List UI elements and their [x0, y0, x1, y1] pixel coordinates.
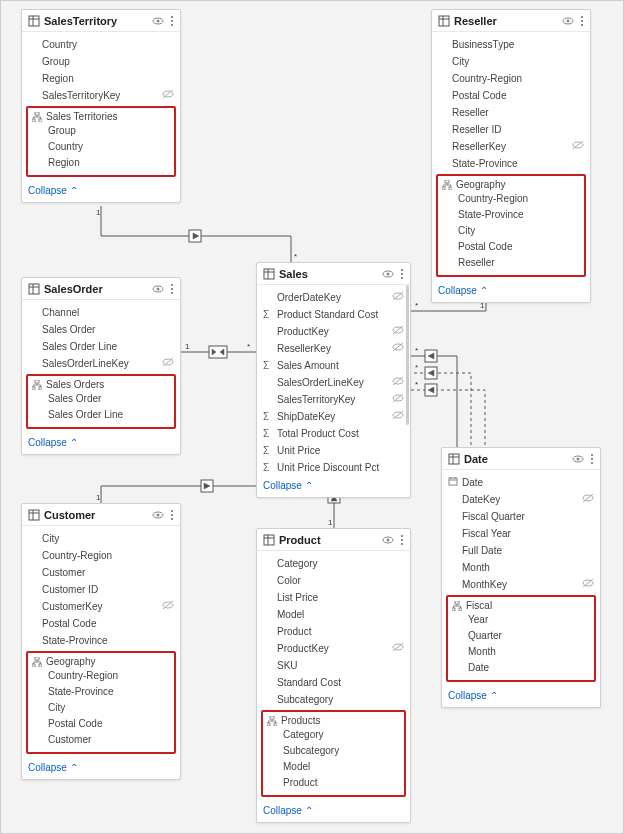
field[interactable]: Category — [257, 555, 410, 572]
field[interactable]: Subcategory — [257, 691, 410, 708]
collapse-link[interactable]: Collapse⌃ — [432, 281, 590, 302]
field[interactable]: Channel — [22, 304, 180, 321]
field[interactable]: ProductKey — [257, 323, 410, 340]
hierarchy-item[interactable]: Group — [28, 123, 174, 139]
table-header[interactable]: Date — [442, 448, 600, 470]
field[interactable]: Standard Cost — [257, 674, 410, 691]
hierarchy-geography[interactable]: Geography Country-Region State-Province … — [436, 174, 586, 277]
field[interactable]: DateKey — [442, 491, 600, 508]
collapse-link[interactable]: Collapse⌃ — [442, 686, 600, 707]
hierarchy-geography[interactable]: Geography Country-Region State-Province … — [26, 651, 176, 754]
field[interactable]: Postal Code — [432, 87, 590, 104]
more-icon[interactable] — [170, 15, 174, 27]
hierarchy-item[interactable]: Year — [448, 612, 594, 628]
visibility-icon[interactable] — [382, 535, 394, 545]
field[interactable]: ΣShipDateKey — [257, 408, 410, 425]
field[interactable]: State-Province — [432, 155, 590, 172]
more-icon[interactable] — [170, 509, 174, 521]
field[interactable]: SalesOrderLineKey — [22, 355, 180, 372]
visibility-icon[interactable] — [152, 284, 164, 294]
hierarchy-item[interactable]: Country-Region — [438, 191, 584, 207]
field[interactable]: ΣProduct Standard Cost — [257, 306, 410, 323]
field[interactable]: SKU — [257, 657, 410, 674]
more-icon[interactable] — [400, 268, 404, 280]
table-header[interactable]: SalesTerritory — [22, 10, 180, 32]
field[interactable]: ProductKey — [257, 640, 410, 657]
field[interactable]: City — [22, 530, 180, 547]
field[interactable]: SalesTerritoryKey — [22, 87, 180, 104]
field[interactable]: Reseller — [432, 104, 590, 121]
field[interactable]: MonthKey — [442, 576, 600, 593]
hierarchy-item[interactable]: Country — [28, 139, 174, 155]
field[interactable]: Color — [257, 572, 410, 589]
field[interactable]: Region — [22, 70, 180, 87]
more-icon[interactable] — [580, 15, 584, 27]
visibility-icon[interactable] — [382, 269, 394, 279]
hierarchy-item[interactable]: Customer — [28, 732, 174, 748]
field[interactable]: Customer ID — [22, 581, 180, 598]
field[interactable]: Month — [442, 559, 600, 576]
table-sales-order[interactable]: SalesOrder Channel Sales Order Sales Ord… — [21, 277, 181, 455]
hierarchy-item[interactable]: Category — [263, 727, 404, 743]
table-reseller[interactable]: Reseller BusinessType City Country-Regio… — [431, 9, 591, 303]
field[interactable]: Fiscal Quarter — [442, 508, 600, 525]
collapse-link[interactable]: Collapse⌃ — [257, 801, 410, 822]
collapse-link[interactable]: Collapse⌃ — [22, 433, 180, 454]
table-header[interactable]: Product — [257, 529, 410, 551]
hierarchy-item[interactable]: Sales Order — [28, 391, 174, 407]
field[interactable]: City — [432, 53, 590, 70]
hierarchy-fiscal[interactable]: Fiscal Year Quarter Month Date — [446, 595, 596, 682]
visibility-icon[interactable] — [152, 16, 164, 26]
hierarchy-item[interactable]: Date — [448, 660, 594, 676]
hierarchy-products[interactable]: Products Category Subcategory Model Prod… — [261, 710, 406, 797]
field[interactable]: OrderDateKey — [257, 289, 410, 306]
field[interactable]: Sales Order — [22, 321, 180, 338]
hierarchy-item[interactable]: Region — [28, 155, 174, 171]
table-sales[interactable]: Sales OrderDateKey ΣProduct Standard Cos… — [256, 262, 411, 498]
hierarchy-item[interactable]: State-Province — [438, 207, 584, 223]
field[interactable]: Product — [257, 623, 410, 640]
field[interactable]: ResellerKey — [257, 340, 410, 357]
hierarchy-item[interactable]: State-Province — [28, 684, 174, 700]
field[interactable]: Model — [257, 606, 410, 623]
field[interactable]: ΣUnit Price Discount Pct — [257, 459, 410, 476]
field[interactable]: State-Province — [22, 632, 180, 649]
field[interactable]: Postal Code — [22, 615, 180, 632]
field[interactable]: CustomerKey — [22, 598, 180, 615]
field[interactable]: ΣUnit Price — [257, 442, 410, 459]
field[interactable]: Sales Order Line — [22, 338, 180, 355]
hierarchy-item[interactable]: Month — [448, 644, 594, 660]
more-icon[interactable] — [400, 534, 404, 546]
field[interactable]: Group — [22, 53, 180, 70]
hierarchy-sales-territories[interactable]: Sales Territories Group Country Region — [26, 106, 176, 177]
hierarchy-item[interactable]: Postal Code — [28, 716, 174, 732]
hierarchy-item[interactable]: Subcategory — [263, 743, 404, 759]
table-date[interactable]: Date Date DateKey Fiscal Quarter Fiscal … — [441, 447, 601, 708]
more-icon[interactable] — [590, 453, 594, 465]
table-header[interactable]: SalesOrder — [22, 278, 180, 300]
field[interactable]: List Price — [257, 589, 410, 606]
table-header[interactable]: Customer — [22, 504, 180, 526]
field[interactable]: Country-Region — [22, 547, 180, 564]
table-sales-territory[interactable]: SalesTerritory Country Group Region Sale… — [21, 9, 181, 203]
collapse-link[interactable]: Collapse⌃ — [22, 758, 180, 779]
hierarchy-item[interactable]: Postal Code — [438, 239, 584, 255]
field[interactable]: Country — [22, 36, 180, 53]
field[interactable]: SalesTerritoryKey — [257, 391, 410, 408]
hierarchy-item[interactable]: Sales Order Line — [28, 407, 174, 423]
field[interactable]: Customer — [22, 564, 180, 581]
collapse-link[interactable]: Collapse⌃ — [22, 181, 180, 202]
hierarchy-sales-orders[interactable]: Sales Orders Sales Order Sales Order Lin… — [26, 374, 176, 429]
visibility-icon[interactable] — [572, 454, 584, 464]
field[interactable]: Reseller ID — [432, 121, 590, 138]
collapse-link[interactable]: Collapse⌃ — [257, 476, 410, 497]
visibility-icon[interactable] — [562, 16, 574, 26]
hierarchy-item[interactable]: City — [438, 223, 584, 239]
hierarchy-item[interactable]: City — [28, 700, 174, 716]
field[interactable]: BusinessType — [432, 36, 590, 53]
hierarchy-item[interactable]: Country-Region — [28, 668, 174, 684]
visibility-icon[interactable] — [152, 510, 164, 520]
field[interactable]: SalesOrderLineKey — [257, 374, 410, 391]
table-product[interactable]: Product Category Color List Price Model … — [256, 528, 411, 823]
field[interactable]: ΣTotal Product Cost — [257, 425, 410, 442]
